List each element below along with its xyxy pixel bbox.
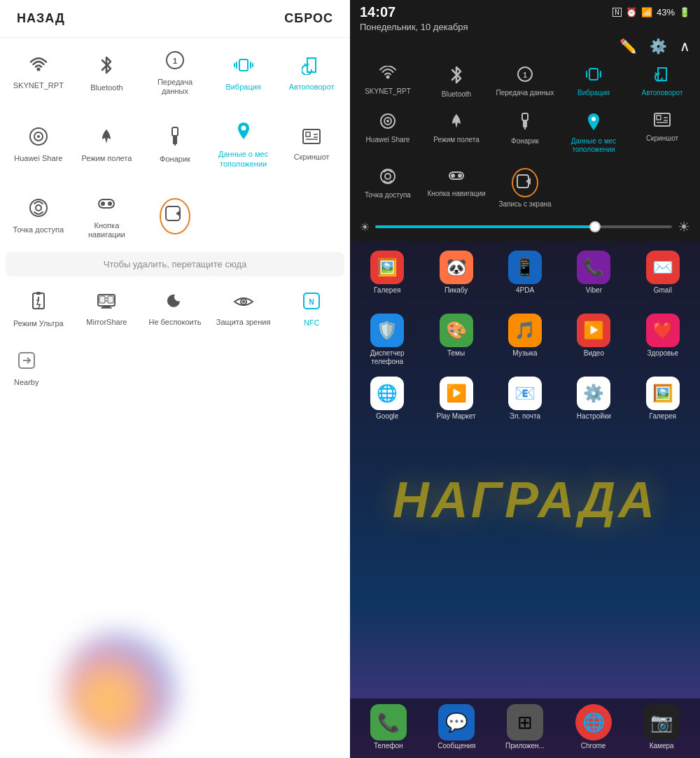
tile-ultramode-label: Режим Ультра [13,319,64,328]
alarm-icon: ⏰ [626,7,637,17]
tile-flashlight[interactable]: Фонарик [142,115,208,174]
right-tile-datatransfer[interactable]: 1 Передача данных [491,62,559,103]
app-gmail[interactable]: ✉️ Gmail [630,246,696,299]
tile-skynet-label: SKYNET_RPT [13,81,64,90]
tile-hotspot[interactable]: Точка доступа [6,188,71,245]
right-tile-location[interactable]: Данные о мес тоположении [560,108,627,158]
svg-point-63 [451,174,455,178]
left-panel: НАЗАД СБРОС SKYNET_RPT [0,0,350,758]
collapse-icon[interactable]: ∧ [680,38,690,55]
app-gallery2[interactable]: 🖼️ Галерея [630,372,696,425]
svg-rect-16 [306,132,310,136]
dock-chrome[interactable]: 🌐 Chrome [559,704,628,750]
svg-rect-34 [99,296,105,303]
svg-point-24 [108,202,112,206]
app-viber[interactable]: 📞 Viber [561,246,626,299]
right-tile-navbutton[interactable]: Кнопка навигации [423,164,490,213]
mirrorshare-icon [97,293,116,315]
settings-icon[interactable]: ⚙️ [650,38,667,55]
back-button[interactable]: НАЗАД [17,11,65,26]
reset-button[interactable]: СБРОС [284,11,333,26]
tile-dnd[interactable]: Не беспокоить [142,285,208,334]
nearby-bg-glow [63,633,175,745]
tile-nearby[interactable]: Nearby [11,345,41,393]
hotspot-icon [29,198,48,223]
right-tile-screenshot[interactable]: Скриншот [629,108,696,158]
tile-ultramode[interactable]: Режим Ультра [6,285,71,334]
brightness-track[interactable] [375,225,672,228]
right-tile-flightmode[interactable]: Режим полета [423,108,490,158]
status-bar: 14:07 🄽 ⏰ 📶 43% 🔋 [350,0,700,22]
wallpaper-text: НАГРАДА [393,471,657,528]
app-video[interactable]: ▶️ Видео [561,309,626,370]
right-tile-huaweishare[interactable]: Huawei Share [354,108,421,158]
app-music[interactable]: 🎵 Музыка [492,309,558,370]
app-settings-label: Настройки [577,412,611,421]
dock-camera[interactable]: 📷 Камера [627,704,696,750]
tile-datatransfer[interactable]: 1 Передача данных [142,45,208,101]
app-pikabu[interactable]: 🐼 Пикабу [423,246,489,299]
app-health[interactable]: ❤️ Здоровье [630,309,696,370]
right-wifi-icon [379,66,397,85]
app-video-icon: ▶️ [577,314,610,347]
right-tile-vibration[interactable]: Вибрация [560,62,627,103]
flash-icon [167,126,183,152]
app-gallery[interactable]: 🖼️ Галерея [354,246,420,299]
svg-rect-35 [108,296,113,303]
right-tile-screenrecord[interactable]: Запись с экрана [491,164,559,213]
svg-text:1: 1 [173,57,177,65]
app-themes[interactable]: 🎨 Темы [423,309,489,370]
right-tile-flashlight[interactable]: Фонарик [491,108,559,158]
status-icons: 🄽 ⏰ 📶 43% 🔋 [612,7,690,17]
app-playmarket-label: Play Маркет [437,412,476,421]
app-gallery-icon: 🖼️ [370,251,404,284]
app-music-label: Музыка [512,349,537,358]
app-google[interactable]: 🌐 Google [354,372,420,425]
svg-rect-51 [522,113,528,120]
navbutton-icon [97,194,116,218]
right-tile-bluetooth[interactable]: Bluetooth [423,62,490,103]
svg-point-21 [36,205,41,211]
brightness-thumb[interactable] [589,221,601,232]
app-settings[interactable]: ⚙️ Настройки [561,372,626,425]
tile-vibration[interactable]: Вибрация [211,45,276,101]
tile-flightmode[interactable]: Режим полета [74,115,140,174]
app-phonemanager[interactable]: 🛡️ Диспетчер телефона [354,309,420,370]
tile-nfc[interactable]: N NFC [279,285,344,334]
tile-autorotate[interactable]: Автоповорот [279,45,344,101]
tile-bluetooth[interactable]: Bluetooth [74,45,140,101]
right-tile-autorotate[interactable]: Автоповорот [629,62,696,103]
tile-eyeprotect[interactable]: Защита зрения [211,285,276,334]
app-themes-icon: 🎨 [440,314,473,347]
tile-navbutton[interactable]: Кнопка навигации [74,188,140,245]
app-grid-row1: 🖼️ Галерея 🐼 Пикабу 📱 4PDA 📞 Viber ✉️ Gm… [350,241,700,304]
status-date: Понедельник, 10 декабря [350,22,700,35]
app-playmarket[interactable]: ▶️ Play Маркет [423,372,489,425]
brightness-bar: ☀ ☀ [350,214,700,241]
app-4pda[interactable]: 📱 4PDA [492,246,558,299]
nearby-section: Nearby [0,339,350,398]
screenshot-icon [302,127,321,150]
app-phonemanager-label: Диспетчер телефона [356,349,419,366]
app-email-icon: 📧 [508,377,542,410]
dock-phone[interactable]: 📞 Телефон [354,704,423,750]
app-email[interactable]: 📧 Эл. почта [492,372,558,425]
tile-location[interactable]: Данные о мес тоположении [211,115,276,174]
screenrecord-highlight [160,198,190,234]
edit-icon[interactable]: ✏️ [620,38,637,55]
tile-hotspot-label: Точка доступа [13,225,64,234]
tile-nfc-label: NFC [304,318,320,328]
right-tile-skynet[interactable]: SKYNET_RPT [354,62,421,103]
svg-point-61 [385,174,391,179]
app-settings-icon: ⚙️ [577,377,610,410]
app-phonemanager-icon: 🛡️ [370,314,404,347]
tile-huaweishare[interactable]: Huawei Share [6,115,71,174]
dock-apps[interactable]: ⊞ Приложен... [491,704,559,750]
dock-messages[interactable]: 💬 Сообщения [423,704,491,750]
battery-status: 43% [657,7,675,17]
right-tile-hotspot[interactable]: Точка доступа [354,164,421,213]
tile-screenrecord[interactable] [142,188,208,245]
tile-skynet[interactable]: SKYNET_RPT [6,45,71,101]
tile-screenshot[interactable]: Скриншот [279,115,344,174]
tile-mirrorshare[interactable]: MirrorShare [74,285,140,334]
